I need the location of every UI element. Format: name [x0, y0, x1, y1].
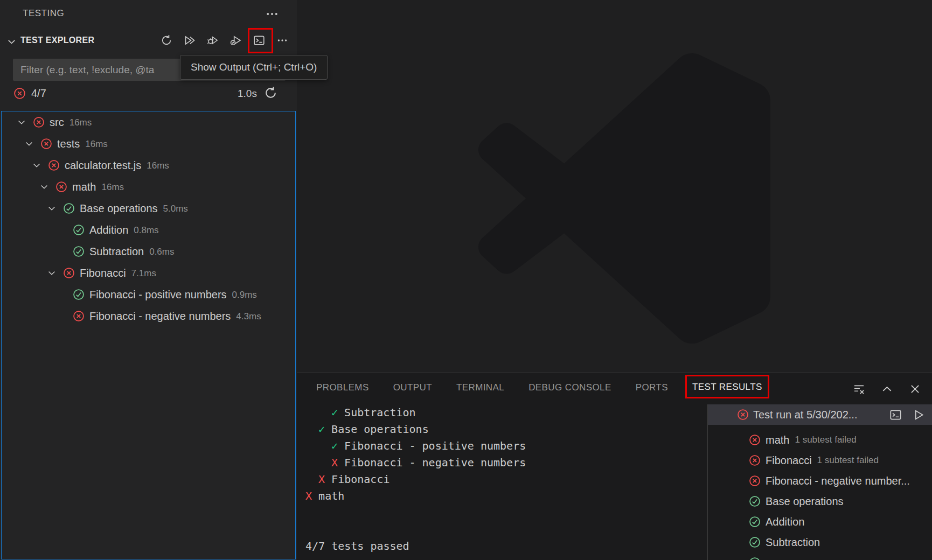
test-tree: src 16ms tests 16ms calculator.test.js 1…: [1, 111, 296, 559]
more-actions-icon[interactable]: [275, 33, 289, 47]
chevron-down-icon[interactable]: [47, 204, 57, 213]
test-label: Fibonacci - positive numbers: [89, 289, 227, 301]
test-duration: 0.8ms: [134, 224, 158, 236]
console-line: [305, 505, 526, 521]
test-label: src: [50, 116, 64, 129]
chevron-down-icon[interactable]: [17, 117, 26, 127]
test-tree-row[interactable]: Fibonacci - negative numbers 4.3ms: [2, 305, 295, 327]
vscode-logo-watermark: [478, 52, 770, 345]
panel-tab[interactable]: DEBUG CONSOLE: [528, 380, 611, 397]
sidebar-title: TESTING: [23, 8, 64, 19]
chevron-down-icon[interactable]: [32, 160, 41, 170]
chevron-down-icon[interactable]: [24, 139, 34, 149]
rerun-icon[interactable]: [264, 86, 277, 100]
test-explorer-toolbar: [159, 33, 289, 47]
console-text: Subtraction: [338, 406, 416, 419]
refresh-tests-icon[interactable]: [159, 33, 173, 47]
chevron-down-icon[interactable]: [6, 37, 17, 47]
more-actions-icon[interactable]: [265, 7, 279, 21]
result-mark: ✓: [331, 406, 338, 419]
test-state-icon: [63, 202, 75, 214]
test-state-icon: [737, 409, 749, 421]
result-label: Fibonacci - negative number...: [766, 475, 910, 487]
panel-tab[interactable]: PROBLEMS: [316, 380, 369, 397]
console-text: Fibonacci - negative numbers: [338, 456, 526, 469]
test-tree-row[interactable]: Fibonacci 7.1ms: [2, 262, 295, 284]
panel-tabs: PROBLEMS OUTPUT TERMINAL DEBUG CONSOLE P…: [316, 373, 762, 404]
console-text: Fibonacci - positive numbers: [338, 439, 526, 452]
test-tree-row[interactable]: tests 16ms: [2, 133, 295, 155]
test-tree-row[interactable]: src 16ms: [2, 111, 295, 133]
run-all-tests-icon[interactable]: [183, 33, 197, 47]
tests-failed-icon: [13, 87, 26, 100]
panel-actions: [852, 382, 922, 396]
bottom-panel: PROBLEMS OUTPUT TERMINAL DEBUG CONSOLE P…: [297, 373, 932, 560]
chevron-down-icon[interactable]: [39, 182, 49, 192]
test-state-icon: [33, 116, 45, 128]
test-state-icon: [749, 434, 761, 446]
test-label: tests: [57, 138, 80, 150]
console-line: X Fibonacci: [305, 471, 526, 488]
console-text: 4/7 tests passed: [305, 540, 409, 552]
test-result-row[interactable]: Addition: [708, 512, 932, 532]
run-test-icon[interactable]: [912, 408, 926, 422]
show-output-icon[interactable]: [888, 408, 902, 422]
maximize-panel-icon[interactable]: [880, 382, 894, 396]
test-tree-row[interactable]: Subtraction 0.6ms: [2, 241, 295, 262]
test-state-icon: [55, 181, 67, 193]
test-result-row[interactable]: Fibonacci - negative number...: [708, 471, 932, 491]
console-line: ✓ Base operations: [305, 421, 526, 438]
test-run-header-row[interactable]: Test run at 5/30/202...: [708, 404, 932, 425]
test-state-icon: [749, 475, 761, 487]
tooltip: Show Output (Ctrl+; Ctrl+O): [180, 55, 328, 80]
test-tree-row[interactable]: Base operations 5.0ms: [2, 198, 295, 219]
panel-tab[interactable]: TEST RESULTS: [692, 380, 762, 398]
console-text: Fibonacci: [325, 473, 390, 486]
close-panel-icon[interactable]: [908, 382, 922, 396]
test-tree-row[interactable]: math 16ms: [2, 176, 295, 198]
test-result-row[interactable]: Subtraction: [708, 532, 932, 552]
test-tree-row[interactable]: Addition 0.8ms: [2, 219, 295, 241]
test-state-icon: [40, 138, 52, 150]
test-duration: 16ms: [85, 138, 108, 150]
test-label: Addition: [89, 224, 128, 236]
chevron-down-icon[interactable]: [47, 268, 57, 278]
test-duration: 0.9ms: [232, 289, 257, 300]
debug-all-tests-icon[interactable]: [206, 33, 220, 47]
panel-tab[interactable]: PORTS: [636, 380, 668, 397]
tests-duration: 1.0s: [238, 88, 257, 100]
test-label: Fibonacci - negative numbers: [89, 310, 231, 323]
test-label: calculator.test.js: [65, 159, 141, 172]
console-line: X Fibonacci - negative numbers: [305, 454, 526, 471]
test-duration: 4.3ms: [236, 310, 261, 322]
result-detail: 1 subtest failed: [817, 455, 879, 466]
test-state-icon: [48, 159, 60, 171]
test-state-icon: [73, 289, 85, 300]
console-line: X math: [305, 488, 526, 505]
panel-tab[interactable]: TERMINAL: [456, 380, 504, 397]
test-label: Base operations: [80, 202, 158, 215]
result-mark: ✓: [318, 423, 325, 436]
result-label: Subtraction: [766, 536, 820, 549]
test-tree-row[interactable]: Fibonacci - positive numbers 0.9ms: [2, 284, 295, 305]
test-duration: 7.1ms: [131, 267, 156, 279]
section-title[interactable]: TEST EXPLORER: [20, 36, 94, 45]
result-mark: X: [318, 473, 325, 486]
test-result-row[interactable]: Base operations: [708, 491, 932, 512]
panel-tab[interactable]: OUTPUT: [393, 380, 432, 397]
test-result-row[interactable]: [708, 552, 932, 560]
result-detail: 1 subtest failed: [795, 435, 856, 445]
run-tests-with-coverage-icon[interactable]: [229, 33, 243, 47]
panel-tab-label: OUTPUT: [393, 382, 432, 393]
test-result-row[interactable]: math 1 subtest failed: [708, 430, 932, 450]
console-line: [305, 521, 526, 538]
result-label: Addition: [766, 516, 804, 528]
test-run-label: Test run at 5/30/202...: [753, 409, 857, 421]
test-tree-row[interactable]: calculator.test.js 16ms: [2, 155, 295, 176]
test-state-icon: [749, 557, 761, 560]
clear-output-icon[interactable]: [852, 382, 866, 396]
vscode-window: TESTING TEST EXPLORER: [0, 0, 932, 560]
show-output-icon[interactable]: [252, 33, 266, 47]
test-result-row[interactable]: Fibonacci 1 subtest failed: [708, 450, 932, 471]
test-state-icon: [749, 495, 761, 507]
